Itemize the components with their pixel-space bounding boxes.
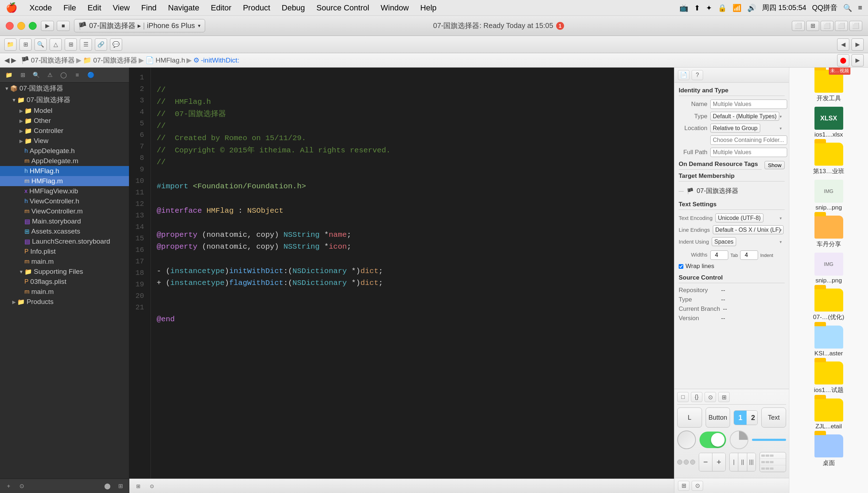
apple-menu[interactable]: 🍎 <box>6 2 17 13</box>
sidebar-toggle-left[interactable]: ⬜ <box>792 21 805 31</box>
view-toggle[interactable]: ⊞ <box>806 21 819 31</box>
menu-editor[interactable]: Editor <box>209 3 234 13</box>
grid-button[interactable]: ⊞ <box>65 38 77 51</box>
sidebar-item-main-m[interactable]: m main.m <box>0 257 129 267</box>
menu-edit[interactable]: Edit <box>86 3 103 13</box>
related-files[interactable]: ⬤ <box>837 54 849 66</box>
desktop-item-snip1[interactable]: IMG snip...png <box>789 178 868 213</box>
containing-input[interactable] <box>710 135 787 145</box>
toggle-widget[interactable] <box>700 432 726 448</box>
stop-button[interactable]: ■ <box>57 21 70 31</box>
add-button[interactable]: 📁 <box>4 38 17 51</box>
desktop-item-snip2[interactable]: IMG snip...png <box>789 250 868 286</box>
breadcrumb-item-folder[interactable]: 📁 07-国旗选择器 <box>83 56 137 65</box>
tree-item-group[interactable]: ▼ 📁 07-国旗选择器 <box>0 94 129 106</box>
sidebar-item-view[interactable]: ▶ 📁 View <box>0 136 129 146</box>
diff-button[interactable]: △ <box>50 38 62 51</box>
location-select[interactable]: Relative to Group <box>710 124 760 133</box>
history-button[interactable]: ⬤ <box>102 482 112 490</box>
desktop-item-ios-exam[interactable]: ios1…试题 <box>789 359 868 396</box>
menu-file[interactable]: File <box>61 3 78 13</box>
tree-item-root[interactable]: ▼ 📦 07-国旗选择器 <box>0 83 129 94</box>
inspector-left-btn[interactable]: ⊞ <box>678 481 689 491</box>
sidebar-item-model[interactable]: ▶ 📁 Model <box>0 106 129 116</box>
sidebar-item-main-storyboard[interactable]: ▤ Main.storyboard <box>0 216 129 226</box>
inspector-toggle[interactable]: ⬜ <box>849 21 862 31</box>
sidebar-item-info-plist[interactable]: P Info.plist <box>0 247 129 257</box>
code-editor[interactable]: 1 2 3 4 5 6 7 8 9 10 11 12 13 14 15 16 1 <box>129 68 674 479</box>
sidebar-item-appdelegate-m[interactable]: m AppDelegate.m <box>0 156 129 166</box>
debug-toggle[interactable]: ⬜ <box>835 21 848 31</box>
run-button[interactable]: ▶ <box>41 21 54 31</box>
widget-btn4[interactable]: ⊞ <box>718 392 730 402</box>
l-widget-btn[interactable]: L <box>677 407 702 428</box>
hierarchy-btn[interactable]: 🔗 <box>95 38 107 51</box>
line-col-btn[interactable]: ⊙ <box>147 482 157 491</box>
encoding-select[interactable]: Unicode (UTF-8) <box>715 213 763 222</box>
menu-debug[interactable]: Debug <box>280 3 307 13</box>
maximize-button[interactable] <box>29 22 37 30</box>
stepper-minus-btn[interactable]: − <box>699 453 712 471</box>
tab-width-input[interactable] <box>710 250 728 260</box>
menu-find[interactable]: Find <box>139 3 159 13</box>
sidebar-item-main-m2[interactable]: m main.m <box>0 287 129 297</box>
desktop-item-07opt[interactable]: 07-…(优化) <box>789 286 868 323</box>
seg-btn1[interactable]: | <box>730 453 738 471</box>
info-btn[interactable]: 💬 <box>110 38 122 51</box>
desktop-item-chedan[interactable]: 车丹分享 <box>789 213 868 250</box>
breadcrumb-item-symbol[interactable]: ⚙ -initWithDict: <box>193 56 239 64</box>
desktop-item-ksi[interactable]: KSI...aster <box>789 323 868 359</box>
sidebar-search-btn[interactable]: 🔍 <box>31 70 42 80</box>
file-inspector-btn[interactable]: 📄 <box>678 70 689 80</box>
sidebar-item-viewcontroller-h[interactable]: h ViewController.h <box>0 196 129 206</box>
text-widget[interactable]: Text <box>761 407 786 428</box>
sidebar-item-products[interactable]: ▶ 📁 Products <box>0 297 129 307</box>
menu-navigate[interactable]: Navigate <box>166 3 202 13</box>
desktop-item-class13[interactable]: 第13…业班 <box>789 140 868 178</box>
line-endings-select[interactable]: Default - OS X / Unix (LF) <box>713 225 784 234</box>
desktop-item-xlsx[interactable]: XLSX ios1....xlsx <box>789 105 868 140</box>
list-icon[interactable]: ≡ <box>858 4 862 12</box>
desktop-item-devtools[interactable]: 未…视频 开发工具 <box>789 68 868 105</box>
menu-help[interactable]: Help <box>418 3 439 13</box>
sidebar-item-other[interactable]: ▶ 📁 Other <box>0 116 129 126</box>
inspector-right-btn[interactable]: ⊙ <box>692 481 703 491</box>
seg-btn3[interactable]: ||| <box>747 453 756 471</box>
indent-width-input[interactable] <box>740 250 758 260</box>
sidebar-folder-btn[interactable]: 📁 <box>4 70 14 80</box>
list-btn[interactable]: ☰ <box>80 38 92 51</box>
seg-btn2[interactable]: || <box>738 453 747 471</box>
segmented-widget[interactable]: | || ||| <box>729 453 756 471</box>
stepper-widget[interactable]: − + <box>699 453 726 471</box>
sidebar-item-assets[interactable]: ⊞ Assets.xcassets <box>0 226 129 236</box>
fullpath-input[interactable] <box>710 148 787 157</box>
sidebar-breakpoint-btn[interactable]: 🔵 <box>86 70 96 80</box>
sidebar-item-hmflag-m[interactable]: m HMFlag.m <box>0 176 129 186</box>
num-widget[interactable]: 1 2 <box>734 410 758 425</box>
search-icon[interactable]: 🔍 <box>843 4 852 12</box>
name-input[interactable] <box>710 100 787 109</box>
code-content[interactable]: // // HMFlag.h // 07-国旗选择器 // // Created… <box>151 68 674 479</box>
sidebar-report-btn[interactable]: ≡ <box>72 70 83 80</box>
sidebar-symbol-btn[interactable]: ⊞ <box>17 70 28 80</box>
sidebar-item-appdelegate-h[interactable]: h AppDelegate.h <box>0 146 129 156</box>
widget-btn3[interactable]: ⊙ <box>705 392 716 402</box>
breadcrumb-nav-right[interactable]: ▶ <box>11 56 17 64</box>
scheme-selector[interactable]: 🏴 07-国旗选择器 ▶ | iPhone 6s Plus ▼ <box>74 19 205 32</box>
widget-btn2[interactable]: {} <box>691 392 702 402</box>
search-toolbar-button[interactable]: 🔍 <box>34 38 47 51</box>
navigate-forward[interactable]: ▶ <box>851 38 864 51</box>
sidebar-item-03flags-plist[interactable]: P 03flags.plist <box>0 277 129 287</box>
type-select[interactable]: Default - (Multiple Types) <box>710 112 779 121</box>
menu-window[interactable]: Window <box>379 3 411 13</box>
sidebar-test-btn[interactable]: ◯ <box>58 70 69 80</box>
filter-files-button[interactable]: ⊙ <box>17 482 27 490</box>
indent-select[interactable]: Spaces <box>712 237 736 246</box>
breadcrumb-nav-left[interactable]: ◀ <box>4 56 10 64</box>
sidebar-warning-btn[interactable]: ⚠ <box>45 70 55 80</box>
desktop-item-zjl[interactable]: ZJL...etail <box>789 396 868 432</box>
breadcrumb-item-project[interactable]: 🏴 07-国旗选择器 <box>21 56 75 65</box>
widget-btn1[interactable]: □ <box>677 392 689 402</box>
wrap-lines-checkbox[interactable] <box>679 264 683 269</box>
sidebar-item-viewcontroller-m[interactable]: m ViewController.m <box>0 206 129 216</box>
